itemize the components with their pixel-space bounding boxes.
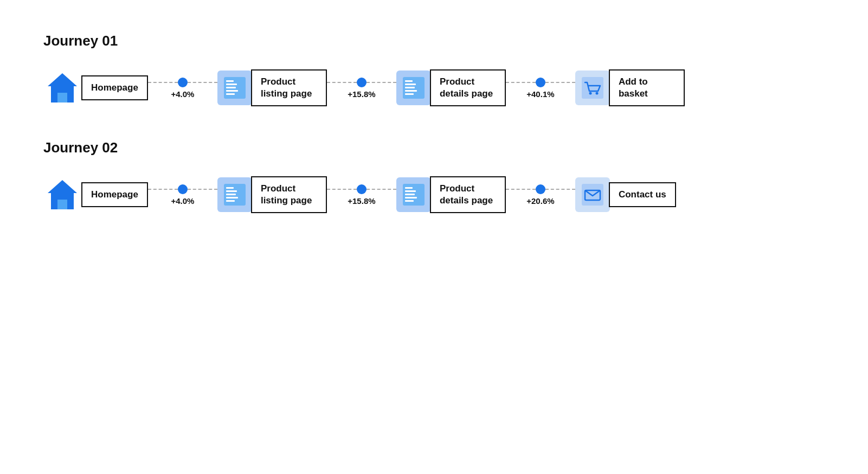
svg-rect-30 xyxy=(405,194,415,195)
dot-3-j1 xyxy=(536,78,545,87)
connector-1-j2: +4.0% xyxy=(148,184,217,206)
details-svg-j2 xyxy=(402,183,426,207)
svg-rect-20 xyxy=(57,200,67,209)
home-icon xyxy=(43,69,81,107)
pct-2-j1: +15.8% xyxy=(348,89,375,99)
step-label-homepage-j1: Homepage xyxy=(81,75,148,100)
svg-rect-31 xyxy=(405,197,417,198)
listing-svg-j2 xyxy=(223,183,247,207)
pct-1-j2: +4.0% xyxy=(171,196,194,206)
mail-icon-j2 xyxy=(575,177,610,212)
connector-3-j1: +40.1% xyxy=(506,78,575,99)
journey-02-section: Journey 02 Homepage +4.0% xyxy=(43,139,825,214)
svg-rect-29 xyxy=(405,190,416,192)
step-homepage-j2: Homepage xyxy=(43,176,148,214)
svg-rect-13 xyxy=(405,90,417,92)
svg-rect-32 xyxy=(405,200,414,202)
pct-1-j1: +4.0% xyxy=(171,89,194,99)
step-label-listing-j1: Product listing page xyxy=(251,69,327,106)
step-listing-j2: Product listing page xyxy=(217,176,327,213)
dot-1-j2 xyxy=(178,184,188,194)
dot-2-j2 xyxy=(357,184,367,194)
listing-icon-j2 xyxy=(217,177,252,212)
cart-svg-j1 xyxy=(581,76,605,100)
listing-icon-j1 xyxy=(217,71,252,105)
svg-rect-26 xyxy=(226,200,235,202)
step-label-details-j1: Product details page xyxy=(430,69,506,106)
connector-3-j2: +20.6% xyxy=(506,184,575,206)
step-label-homepage-j2: Homepage xyxy=(81,182,148,207)
svg-rect-5 xyxy=(226,84,237,85)
step-listing-j1: Product listing page xyxy=(217,69,327,106)
svg-point-17 xyxy=(595,92,598,95)
step-label-listing-j2: Product listing page xyxy=(251,176,327,213)
home-icon-j2 xyxy=(43,176,81,214)
step-label-details-j2: Product details page xyxy=(430,176,506,213)
svg-rect-12 xyxy=(405,87,415,88)
pct-2-j2: +15.8% xyxy=(348,196,375,206)
connector-2-j1: +15.8% xyxy=(327,78,396,99)
svg-rect-14 xyxy=(405,93,414,95)
journey-02-flow: Homepage +4.0% Pr xyxy=(43,176,825,214)
svg-rect-25 xyxy=(226,197,238,198)
svg-rect-22 xyxy=(226,187,234,189)
details-icon-j1 xyxy=(396,71,431,105)
svg-rect-4 xyxy=(226,80,234,82)
connector-2-j2: +15.8% xyxy=(327,184,396,206)
step-details-j1: Product details page xyxy=(396,69,506,106)
listing-svg-j1 xyxy=(223,76,247,100)
svg-rect-2 xyxy=(57,93,67,103)
details-icon-j2 xyxy=(396,177,431,212)
svg-rect-11 xyxy=(405,84,416,85)
details-svg-j1 xyxy=(402,76,426,100)
step-homepage-j1: Homepage xyxy=(43,69,148,107)
connector-1-j1: +4.0% xyxy=(148,78,217,99)
svg-rect-6 xyxy=(226,87,236,88)
journey-01-title: Journey 01 xyxy=(43,33,825,49)
step-label-contact-j2: Contact us xyxy=(609,182,676,207)
svg-rect-10 xyxy=(405,80,413,82)
svg-rect-24 xyxy=(226,194,236,195)
mail-svg-j2 xyxy=(581,183,605,207)
svg-rect-7 xyxy=(226,90,238,92)
svg-rect-15 xyxy=(582,77,603,99)
svg-rect-28 xyxy=(405,187,413,189)
cart-icon-j1 xyxy=(575,71,610,105)
step-details-j2: Product details page xyxy=(396,176,506,213)
step-label-basket-j1: Add to basket xyxy=(609,69,685,106)
step-basket-j1: Add to basket xyxy=(575,69,685,106)
svg-rect-8 xyxy=(226,93,235,95)
journey-01-section: Journey 01 Homepage +4.0% xyxy=(43,33,825,107)
journey-02-title: Journey 02 xyxy=(43,139,825,156)
dot-2-j1 xyxy=(357,78,367,87)
pct-3-j1: +40.1% xyxy=(526,89,554,99)
svg-point-16 xyxy=(589,92,591,95)
dot-3-j2 xyxy=(536,184,545,194)
step-contact-j2: Contact us xyxy=(575,177,676,212)
dot-1-j1 xyxy=(178,78,188,87)
svg-rect-23 xyxy=(226,190,237,192)
journey-01-flow: Homepage +4.0% Pr xyxy=(43,69,825,107)
pct-3-j2: +20.6% xyxy=(526,196,554,206)
